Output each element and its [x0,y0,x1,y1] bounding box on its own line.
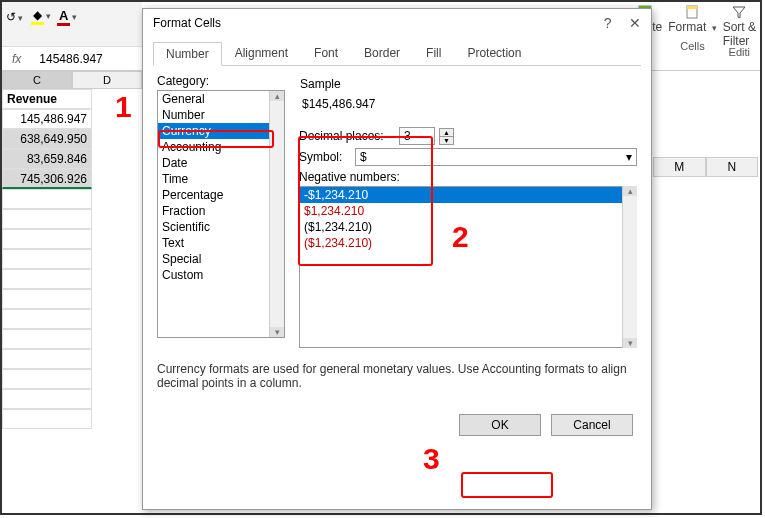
column-header-n[interactable]: N [706,157,759,177]
spreadsheet-fragment: C D Revenue 145,486.947 638,649.950 83,6… [2,71,142,429]
formula-value[interactable]: 145486.947 [31,52,110,66]
category-item-date[interactable]: Date [158,155,284,171]
cell-header-revenue[interactable]: Revenue [2,89,92,109]
category-item-number[interactable]: Number [158,107,284,123]
empty-cell[interactable] [2,389,92,409]
chevron-down-icon: ▾ [626,150,632,164]
cancel-button[interactable]: Cancel [551,414,633,436]
fx-label: fx [2,52,31,66]
column-header-d[interactable]: D [72,71,142,89]
table-row[interactable]: 745,306.926 [2,169,92,189]
font-color-button[interactable]: A▾ [57,8,77,23]
category-item-general[interactable]: General [158,91,284,107]
negative-option[interactable]: -$1,234.210 [300,187,636,203]
negative-scrollbar[interactable]: ▴▾ [622,186,637,348]
annotation-3: 3 [423,442,440,476]
column-header-c[interactable]: C [2,71,72,89]
category-item-special[interactable]: Special [158,251,284,267]
category-list[interactable]: General Number Currency Accounting Date … [157,90,285,338]
category-item-custom[interactable]: Custom [158,267,284,283]
tab-fill[interactable]: Fill [413,41,454,65]
category-label: Category: [157,74,285,88]
sort-filter-button[interactable]: Sort & Filter Editi [723,4,756,58]
format-button[interactable]: Format ▾ Cells [668,4,716,58]
category-item-fraction[interactable]: Fraction [158,203,284,219]
empty-cell[interactable] [2,249,92,269]
negative-numbers-list[interactable]: -$1,234.210 $1,234.210 ($1,234.210) ($1,… [299,186,637,348]
close-button[interactable]: ✕ [629,15,641,31]
tab-font[interactable]: Font [301,41,351,65]
category-item-scientific[interactable]: Scientific [158,219,284,235]
sample-value: $145,486.947 [300,93,636,115]
negative-numbers-label: Negative numbers: [299,170,637,184]
empty-cell[interactable] [2,269,92,289]
annotation-1: 1 [115,90,132,124]
empty-cell[interactable] [2,189,92,209]
empty-cell[interactable] [2,349,92,369]
format-cells-dialog: Format Cells ? ✕ Number Alignment Font B… [142,8,652,510]
empty-cell[interactable] [2,229,92,249]
undo-dropdown[interactable]: ↺▾ [6,10,23,24]
category-item-time[interactable]: Time [158,171,284,187]
category-item-percentage[interactable]: Percentage [158,187,284,203]
dialog-tabs: Number Alignment Font Border Fill Protec… [153,41,641,66]
empty-cell[interactable] [2,329,92,349]
sample-label: Sample [300,77,636,91]
category-item-text[interactable]: Text [158,235,284,251]
tab-protection[interactable]: Protection [454,41,534,65]
ribbon-fragment: ↺▾ ◆▾ A▾ ↘ [2,2,142,47]
table-row[interactable]: 83,659.846 [2,149,92,169]
symbol-label: Symbol: [299,150,351,164]
decimal-places-label: Decimal places: [299,129,395,143]
tab-number[interactable]: Number [153,42,222,66]
symbol-select[interactable]: $▾ [355,148,637,166]
format-description: Currency formats are used for general mo… [143,356,651,394]
table-row[interactable]: 638,649.950 [2,129,92,149]
empty-cell[interactable] [2,209,92,229]
annotation-2: 2 [452,220,469,254]
category-item-accounting[interactable]: Accounting [158,139,284,155]
tab-border[interactable]: Border [351,41,413,65]
decimal-places-input[interactable]: 3 [399,127,435,145]
empty-cell[interactable] [2,309,92,329]
category-scrollbar[interactable]: ▴▾ [269,91,284,337]
negative-option[interactable]: $1,234.210 [300,203,636,219]
empty-cell[interactable] [2,289,92,309]
column-header-m[interactable]: M [653,157,706,177]
category-item-currency[interactable]: Currency [158,123,284,139]
help-button[interactable]: ? [604,15,612,31]
empty-cell[interactable] [2,409,92,429]
empty-cell[interactable] [2,369,92,389]
svg-rect-3 [687,6,697,9]
tab-alignment[interactable]: Alignment [222,41,301,65]
ok-button[interactable]: OK [459,414,541,436]
dialog-title: Format Cells [153,16,221,30]
spreadsheet-right-fragment: M N [653,157,758,177]
table-row[interactable]: 145,486.947 [2,109,92,129]
fill-color-button[interactable]: ◆▾ [31,8,51,22]
decimal-places-stepper[interactable]: ▲▼ [439,128,454,145]
